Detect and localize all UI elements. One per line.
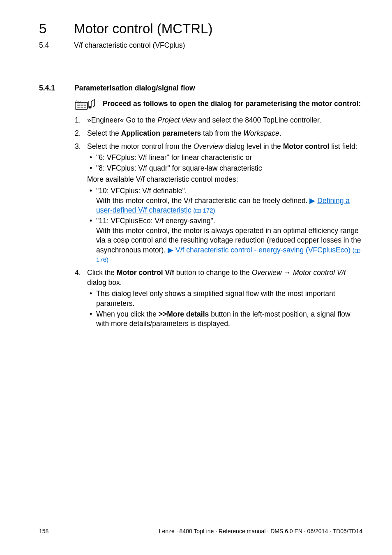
- step-text: Click the Motor control V/f button to ch…: [87, 268, 346, 287]
- subsection-title: Parameterisation dialog/signal flow: [74, 83, 195, 93]
- bullet-item: When you click the >>More details button…: [87, 310, 362, 329]
- bullet-item: "6: VFCplus: V/f linear" for linear char…: [87, 153, 362, 163]
- footer-text: Lenze · 8400 TopLine · Reference manual …: [159, 527, 362, 535]
- page-number: 158: [39, 527, 48, 535]
- book-icon: [195, 209, 201, 213]
- divider-line: _ _ _ _ _ _ _ _ _ _ _ _ _ _ _ _ _ _ _ _ …: [39, 62, 362, 72]
- note-text: More available V/f characteristic contro…: [87, 175, 362, 185]
- step-text: Select the motor control from the Overvi…: [87, 142, 357, 150]
- page-reference[interactable]: ( 172): [193, 207, 215, 214]
- chapter-number: 5: [39, 20, 51, 38]
- subsection-number: 5.4.1: [39, 83, 56, 93]
- bullet-item: This dialog level only shows a simplifie…: [87, 289, 362, 308]
- step-text: »Engineer« Go to the Project view and se…: [87, 116, 321, 124]
- bullet-item: "10: VFCplus: V/f definable". With this …: [87, 186, 362, 215]
- step-number: 4.: [75, 268, 81, 278]
- section-number: 5.4: [39, 41, 51, 51]
- step-item: 1. »Engineer« Go to the Project view and…: [75, 116, 362, 125]
- step-number: 3.: [75, 142, 81, 152]
- svg-rect-0: [75, 102, 88, 109]
- procedure-icon: [75, 98, 99, 113]
- book-icon: [355, 249, 360, 253]
- chapter-title: Motor control (MCTRL): [74, 20, 212, 38]
- bullet-item: "11: VFCplusEco: V/f energy-saving". Wit…: [87, 216, 362, 265]
- link-arrow-icon: ▶: [309, 197, 317, 205]
- step-number: 2.: [75, 129, 81, 139]
- link-arrow-icon: ▶: [168, 246, 175, 254]
- step-item: 2. Select the Application parameters tab…: [75, 129, 362, 139]
- step-item: 4. Click the Motor control V/f button to…: [75, 268, 362, 329]
- lead-text: Proceed as follows to open the dialog fo…: [103, 99, 361, 109]
- step-item: 3. Select the motor control from the Ove…: [75, 142, 362, 265]
- bullet-item: "8: VFCplus: V/f quadr" for square-law c…: [87, 164, 362, 173]
- step-text: Select the Application parameters tab fr…: [87, 129, 281, 137]
- section-title: V/f characteristic control (VFCplus): [74, 41, 185, 51]
- step-number: 1.: [75, 116, 81, 125]
- cross-reference-link[interactable]: V/f characteristic control - energy-savi…: [175, 246, 350, 254]
